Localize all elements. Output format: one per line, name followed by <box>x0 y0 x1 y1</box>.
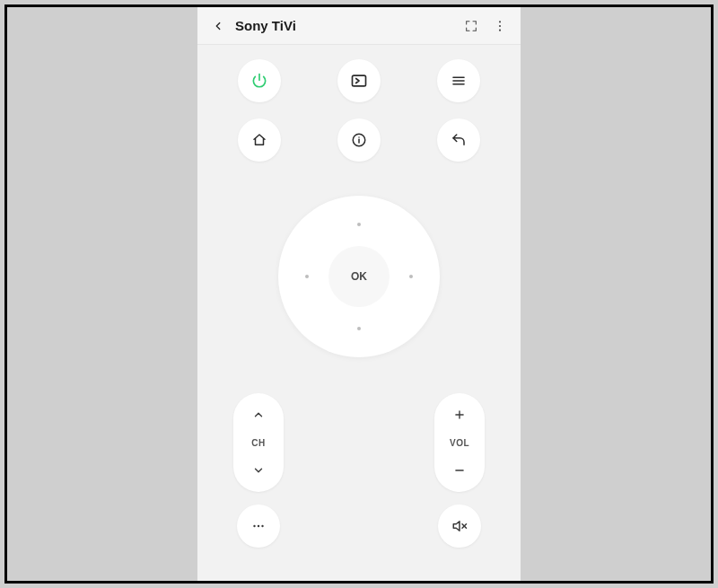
top-button-grid <box>215 57 503 163</box>
remote-body: OK CH <box>197 45 521 581</box>
channel-down-button[interactable] <box>233 460 284 481</box>
channel-up-button[interactable] <box>233 404 284 426</box>
dpad-left[interactable] <box>284 258 321 295</box>
dots-horizontal-icon <box>250 518 267 534</box>
dot-icon <box>357 327 361 330</box>
svg-point-12 <box>261 525 263 527</box>
back-button[interactable] <box>206 14 230 38</box>
dpad-up[interactable] <box>340 201 378 239</box>
dot-icon <box>409 275 413 278</box>
dot-icon <box>357 223 361 226</box>
svg-point-1 <box>499 24 501 26</box>
dot-icon <box>305 275 309 278</box>
dpad-right[interactable] <box>397 258 434 295</box>
dpad-area: OK <box>215 196 503 357</box>
volume-rocker: VOL <box>434 393 485 492</box>
hamburger-icon <box>451 73 467 89</box>
info-icon <box>351 132 367 148</box>
menu-button[interactable] <box>437 59 480 102</box>
right-column: VOL <box>433 393 486 548</box>
overflow-menu-button[interactable] <box>488 14 512 38</box>
mute-button[interactable] <box>438 505 481 548</box>
screenshot-frame: Sony TiVi <box>4 4 714 584</box>
svg-point-2 <box>499 29 501 31</box>
channel-rocker: CH <box>233 393 284 492</box>
input-source-button[interactable] <box>337 59 381 102</box>
return-icon <box>451 132 467 148</box>
input-icon <box>350 72 368 90</box>
speaker-mute-icon <box>451 518 468 534</box>
left-column: CH <box>232 393 285 548</box>
expand-icon <box>464 19 478 33</box>
dpad-ok-button[interactable]: OK <box>328 246 390 307</box>
kebab-icon <box>493 19 507 33</box>
dpad-down[interactable] <box>340 314 378 352</box>
return-button[interactable] <box>437 118 480 162</box>
power-icon <box>250 72 268 90</box>
device-title: Sony TiVi <box>235 18 296 33</box>
more-button[interactable] <box>237 505 280 548</box>
dpad: OK <box>278 196 440 357</box>
volume-label: VOL <box>450 438 469 448</box>
chevron-down-icon <box>252 464 265 477</box>
minus-icon <box>453 464 466 477</box>
svg-point-9 <box>358 136 360 138</box>
app-top-bar: Sony TiVi <box>197 7 521 45</box>
expand-button[interactable] <box>460 14 483 38</box>
chevron-left-icon <box>212 20 224 32</box>
volume-up-button[interactable] <box>434 404 485 426</box>
remote-app-screen: Sony TiVi <box>197 7 521 581</box>
volume-down-button[interactable] <box>434 460 485 481</box>
svg-marker-16 <box>453 522 460 531</box>
svg-point-10 <box>253 525 255 527</box>
channel-label: CH <box>251 438 265 448</box>
dpad-ok-label: OK <box>351 270 367 283</box>
plus-icon <box>453 408 466 421</box>
power-button[interactable] <box>238 59 281 102</box>
home-button[interactable] <box>238 118 281 162</box>
home-icon <box>251 132 267 148</box>
chevron-up-icon <box>252 408 265 421</box>
info-button[interactable] <box>337 118 381 162</box>
svg-point-11 <box>258 525 259 527</box>
svg-point-0 <box>499 21 501 22</box>
lower-controls: CH VOL <box>215 393 503 548</box>
